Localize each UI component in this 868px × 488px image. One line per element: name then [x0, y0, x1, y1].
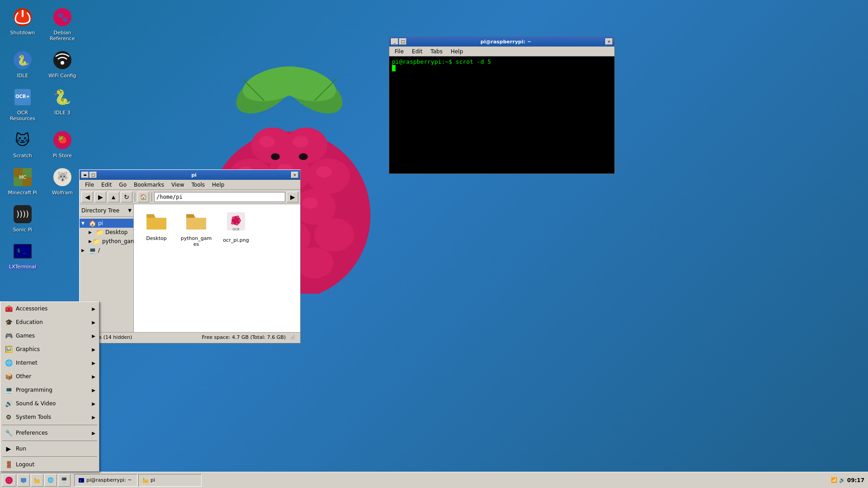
menu-icon-graphics: 🖼️ — [4, 345, 13, 354]
taskbar-show-desktop-btn[interactable] — [17, 474, 30, 487]
statusbar-resize-grip[interactable] — [289, 334, 297, 341]
file-pythongames[interactable]: python_games — [178, 209, 214, 249]
menu-item-systemtools[interactable]: ⚙️ System Tools ▶ — [0, 410, 99, 424]
scratch-label: Scratch — [12, 152, 33, 159]
fm-menu-bookmarks[interactable]: Bookmarks — [130, 181, 168, 189]
menu-icon-games: 🎮 — [4, 331, 13, 340]
terminal-menubar: File Edit Tabs Help — [389, 47, 614, 56]
sidebar-header: Directory Tree ▼ — [80, 204, 133, 217]
fm-menu-tools[interactable]: Tools — [188, 181, 209, 189]
fm-menu-edit[interactable]: Edit — [98, 181, 115, 189]
terminal-maximize-btn[interactable]: □ — [399, 38, 406, 45]
terminal-menu-help[interactable]: Help — [447, 47, 467, 56]
start-button[interactable] — [2, 474, 16, 487]
taskbar-terminal-btn2[interactable]: 🖥️ — [58, 474, 71, 487]
menu-item-internet[interactable]: 🌐 Internet ▶ — [0, 356, 99, 370]
menu-item-education[interactable]: 🎓 Education ▶ — [0, 315, 99, 329]
fm-back-btn[interactable]: ◀ — [81, 192, 93, 202]
file-ocrpi[interactable]: OCR ocr_pi.png — [218, 209, 254, 249]
svg-point-27 — [299, 153, 308, 160]
menu-item-accessories[interactable]: 🧰 Accessories ▶ — [0, 302, 99, 315]
menu-separator-2 — [2, 441, 97, 441]
idle3-icon[interactable]: 🐍 IDLE 3 — [44, 84, 80, 124]
scratch-icon[interactable]: 🐱 Scratch — [5, 127, 41, 161]
menu-item-programming[interactable]: 💻 Programming ▶ — [0, 383, 99, 397]
tree-item-desktop[interactable]: ▶ 📁 Desktop — [80, 228, 133, 237]
menu-item-graphics[interactable]: 🖼️ Graphics ▶ — [0, 343, 99, 356]
svg-point-69 — [9, 478, 10, 479]
terminal-cursor-line — [392, 65, 612, 73]
terminal-menu-file[interactable]: File — [391, 47, 407, 56]
sonic-pi-icon[interactable]: )))) Sonic Pi — [5, 202, 41, 235]
svg-text:$ _: $ _ — [17, 248, 26, 253]
start-menu: 🧰 Accessories ▶ 🎓 Education ▶ 🎮 Games ▶ … — [0, 301, 99, 472]
shutdown-icon[interactable]: Shutdown — [5, 5, 41, 44]
svg-text:$: $ — [80, 479, 81, 482]
filemanager-window: ▬ □ pi × File Edit Go Bookmarks View Too… — [79, 169, 301, 343]
pi-store-label: Pi Store — [52, 152, 73, 159]
statusbar-items: 3 items (14 hidden) — [83, 334, 198, 340]
menu-item-preferences[interactable]: 🔧 Preferences ▶ — [0, 426, 99, 440]
fm-iconify-btn[interactable]: ▬ — [81, 172, 89, 178]
fm-go-btn[interactable]: ▶ — [287, 192, 298, 202]
idle-icon[interactable]: 🐍 IDLE — [5, 47, 41, 81]
filemanager-body: Directory Tree ▼ ▼ 🏠 pi ▶ 📁 Desktop — [80, 204, 300, 332]
ocr-icon[interactable]: OCR+ OCR Resources — [5, 84, 41, 124]
tree-icon-root: 💻 — [89, 247, 96, 254]
svg-point-60 — [238, 219, 241, 222]
menu-label-preferences: Preferences — [16, 430, 48, 436]
menu-icon-logout: 🚪 — [4, 460, 13, 469]
terminal-close-btn[interactable]: × — [605, 38, 613, 45]
menu-item-run[interactable]: ▶ Run — [0, 442, 99, 455]
desktop-icons: Shutdown 🐾 Debian Reference 🐍 — [5, 5, 80, 272]
minecraft-icon[interactable]: MC Minecraft Pi — [5, 164, 41, 198]
svg-text:🐍: 🐍 — [17, 54, 29, 66]
fm-menu-file[interactable]: File — [81, 181, 98, 189]
terminal-menu-tabs[interactable]: Tabs — [427, 47, 446, 56]
menu-label-programming: Programming — [16, 387, 52, 393]
debian-ref-icon[interactable]: 🐾 Debian Reference — [44, 5, 80, 44]
file-desktop-label: Desktop — [146, 235, 166, 241]
menu-item-games[interactable]: 🎮 Games ▶ — [0, 329, 99, 343]
file-desktop[interactable]: Desktop — [138, 209, 175, 249]
fm-menu-help[interactable]: Help — [208, 181, 228, 189]
taskbar-browser-btn[interactable]: 🌐 — [44, 474, 57, 487]
menu-arrow-soundvideo: ▶ — [92, 401, 95, 406]
menu-item-other[interactable]: 📦 Other ▶ — [0, 370, 99, 383]
lxterminal-icon[interactable]: $ _ LXTerminal — [5, 239, 41, 272]
svg-marker-76 — [34, 478, 36, 479]
fm-maximize-btn[interactable]: □ — [90, 172, 97, 178]
taskbar-tray: 📶 🔊 09:17 — [827, 477, 868, 483]
menu-item-logout[interactable]: 🚪 Logout — [0, 458, 99, 471]
tree-item-pythongames[interactable]: ▶ 📁 python_games — [80, 237, 133, 246]
file-pythongames-img — [185, 211, 207, 234]
minecraft-img: MC — [12, 166, 33, 188]
pi-store-icon[interactable]: 🍓 Pi Store — [44, 127, 80, 161]
fm-title: pi — [98, 172, 290, 178]
menu-item-soundvideo[interactable]: 🔊 Sound & Video ▶ — [0, 397, 99, 410]
menu-icon-programming: 💻 — [4, 385, 13, 394]
fm-forward-btn[interactable]: ▶ — [94, 192, 106, 202]
fm-close-btn[interactable]: × — [291, 172, 298, 178]
tree-item-pi[interactable]: ▼ 🏠 pi — [80, 219, 133, 228]
tree-item-root[interactable]: ▶ 💻 / — [80, 246, 133, 255]
fm-home-btn[interactable]: 🏠 — [137, 192, 149, 202]
fm-menu-go[interactable]: Go — [115, 181, 130, 189]
taskbar-file-manager-btn[interactable] — [31, 474, 43, 487]
icon-row-2: 🐍 IDLE WiFi Config — [5, 47, 80, 81]
wifi-icon[interactable]: WiFi Config — [44, 47, 80, 81]
menu-icon-other: 📦 — [4, 372, 13, 381]
terminal-iconify-btn[interactable]: _ — [391, 38, 398, 45]
fm-up-btn[interactable]: ▲ — [108, 192, 119, 202]
fm-menu-view[interactable]: View — [168, 181, 188, 189]
wolfram-icon[interactable]: 🐺 Wolfram — [44, 164, 80, 198]
tree-label-root: / — [98, 247, 100, 253]
taskbar-item-terminal[interactable]: $ pi@raspberrypi: ~ — [74, 474, 137, 487]
svg-text:OCR: OCR — [232, 228, 239, 231]
fm-refresh-btn[interactable]: ↻ — [121, 192, 132, 202]
terminal-menu-edit[interactable]: Edit — [408, 47, 426, 56]
svg-marker-80 — [143, 478, 145, 479]
taskbar-item-filemanager[interactable]: pi — [138, 474, 202, 487]
address-bar[interactable] — [154, 192, 285, 202]
taskbar-running-items: $ pi@raspberrypi: ~ pi — [72, 474, 827, 487]
